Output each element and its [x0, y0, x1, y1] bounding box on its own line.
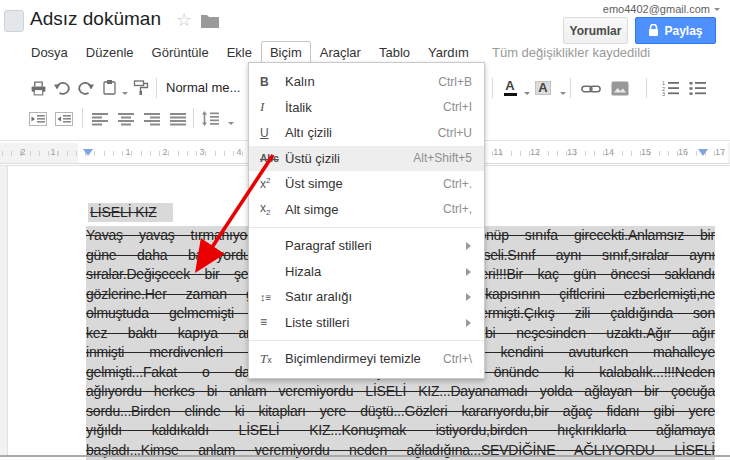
document-line[interactable]: yığıldı kaldıkaldı LİSELİ KIZ...Konuşmak… [86, 421, 715, 441]
submenu-arrow-icon [466, 319, 475, 327]
menu-item-label: Üst simge [285, 176, 443, 191]
svg-text:3: 3 [662, 91, 665, 96]
align-right-icon[interactable] [142, 110, 162, 128]
underline-icon: U [249, 126, 285, 140]
menu-item-shortcut: Alt+Shift+5 [413, 151, 484, 165]
paragraph-styles-dropdown[interactable]: Normal me... [166, 80, 240, 95]
bulleted-list-icon[interactable] [687, 79, 707, 97]
menubar-item-düzenle[interactable]: Düzenle [77, 41, 143, 64]
ruler-number: 17 [715, 147, 725, 157]
ruler-number: 16 [678, 147, 688, 157]
right-indent-marker[interactable] [698, 149, 708, 161]
list-styles-icon: ≡ [249, 315, 285, 329]
menubar-item-görüntüle[interactable]: Görüntüle [143, 41, 218, 64]
superscript-icon: x2 [249, 176, 285, 191]
submenu-arrow-icon [466, 268, 475, 276]
menu-item-label: Satır aralığı [285, 289, 484, 304]
insert-link-icon[interactable] [581, 80, 601, 98]
lock-icon [648, 24, 659, 37]
italic-icon: I [249, 99, 285, 115]
menu-item--st-simge[interactable]: x2Üst simgeCtrl+. [249, 171, 484, 197]
indent-increase-icon[interactable] [54, 110, 74, 128]
menu-item-hizala[interactable]: Hizala [249, 259, 484, 285]
docs-app-icon[interactable] [4, 10, 24, 32]
account-menu[interactable]: emo4402@gmail.com [603, 3, 720, 15]
ruler-number: 1 [50, 147, 55, 157]
menu-item-shortcut: Ctrl+, [443, 202, 484, 216]
ruler-number: 4 [236, 147, 241, 157]
document-line[interactable]: sordu...Birden elinde ki kitapları yere … [86, 402, 715, 422]
menu-item-shortcut: Ctrl+B [438, 75, 484, 89]
document-heading[interactable]: LİSELİ KIZ [88, 203, 173, 222]
ruler-number: 11 [493, 147, 502, 157]
submenu-arrow-icon [466, 242, 475, 250]
account-email: emo4402@gmail.com [603, 3, 710, 15]
page-bottom-edge [0, 455, 730, 457]
ruler-number: 2 [162, 147, 167, 157]
menu-item-label: İtalik [285, 100, 443, 115]
undo-icon[interactable] [52, 79, 72, 97]
menubar-item-biçim[interactable]: Biçim [261, 41, 311, 64]
menu-item-label: Alt simge [285, 202, 443, 217]
line-spacing-caret[interactable] [221, 114, 241, 132]
menu-item-alt-simge[interactable]: x2Alt simgeCtrl+, [249, 197, 484, 223]
align-center-icon[interactable] [116, 110, 136, 128]
ruler-number: 14 [604, 147, 614, 157]
print-icon[interactable] [28, 79, 48, 97]
ruler-number: 12 [530, 147, 540, 157]
menu-item-label: Liste stilleri [285, 315, 484, 330]
page-left-margin [0, 166, 8, 455]
redo-icon[interactable] [76, 79, 96, 97]
menubar-item-ekle[interactable]: Ekle [218, 41, 261, 64]
menubar-item-tablo[interactable]: Tablo [370, 41, 419, 64]
menu-item--st-izili[interactable]: AbcÜstü çiziliAlt+Shift+5 [249, 146, 484, 172]
clear-formatting-icon: Tx [249, 351, 285, 367]
ruler-number: 2 [20, 147, 25, 157]
save-status: Tüm değişiklikler kaydedildi [492, 45, 650, 60]
paint-format-icon[interactable] [131, 78, 151, 96]
menu-item-i-talik[interactable]: IİtalikCtrl+I [249, 95, 484, 121]
document-line[interactable]: başladı...Kimse anlam veremiyordu neden … [86, 441, 715, 460]
google-docs-window: Adsız doküman ☆ emo4402@gmail.com Yoruml… [0, 0, 730, 460]
menu-item-label: Paragraf stilleri [285, 238, 484, 253]
menu-item-kal-n[interactable]: BKalınCtrl+B [249, 69, 484, 95]
menu-item-bi-imlendirmeyi-temizle[interactable]: TxBiçimlendirmeyi temizleCtrl+\ [249, 346, 484, 372]
format-menu: BKalınCtrl+BIİtalikCtrl+IUAltı çiziliCtr… [248, 62, 485, 379]
menu-item-shortcut: Ctrl+U [438, 126, 484, 140]
numbered-list-icon[interactable]: 123 [660, 79, 680, 97]
menu-item-sat-r-aral-[interactable]: ↕≡Satır aralığı [249, 284, 484, 310]
menu-item-label: Üstü çizili [285, 151, 413, 166]
menu-item-label: Biçimlendirmeyi temizle [285, 351, 443, 366]
menu-item-label: Hizala [285, 264, 484, 279]
menu-separator [249, 227, 484, 228]
chevron-down-icon [714, 8, 720, 14]
menu-item-label: Kalın [285, 74, 438, 89]
indent-decrease-icon[interactable] [28, 110, 48, 128]
line-spacing-icon[interactable] [200, 109, 220, 127]
left-indent-marker[interactable] [83, 149, 93, 161]
menu-item-paragraf-stilleri[interactable]: Paragraf stilleri [249, 233, 484, 259]
menu-item-shortcut: Ctrl+\ [443, 352, 484, 366]
menu-item-shortcut: Ctrl+. [443, 177, 484, 191]
insert-image-icon[interactable] [610, 79, 630, 97]
highlight-color-icon[interactable]: A [533, 79, 553, 97]
menubar-item-araçlar[interactable]: Araçlar [311, 41, 370, 64]
menubar-item-yardım[interactable]: Yardım [419, 41, 478, 64]
share-button-label: Paylaş [664, 24, 702, 38]
ruler-number: 3 [199, 147, 204, 157]
menu-item-label: Altı çizili [285, 125, 438, 140]
align-justify-icon[interactable] [168, 110, 188, 128]
align-left-icon[interactable] [90, 110, 110, 128]
menubar-item-dosya[interactable]: Dosya [22, 41, 77, 64]
document-line[interactable]: ağlıyordu herkes bi anlam veremiyordu Lİ… [86, 382, 715, 402]
star-icon[interactable]: ☆ [176, 9, 192, 31]
menubar-items: DosyaDüzenleGörüntüleEkleBiçimAraçlarTab… [22, 40, 478, 64]
menu-separator [249, 340, 484, 341]
menu-item-alt-izili[interactable]: UAltı çiziliCtrl+U [249, 120, 484, 146]
ruler-number: 15 [641, 147, 651, 157]
document-title-field[interactable]: Adsız doküman [30, 8, 161, 30]
bold-icon: B [249, 75, 285, 89]
folder-icon[interactable] [201, 14, 219, 32]
menu-item-liste-stilleri[interactable]: ≡Liste stilleri [249, 310, 484, 336]
submenu-arrow-icon [466, 293, 475, 301]
